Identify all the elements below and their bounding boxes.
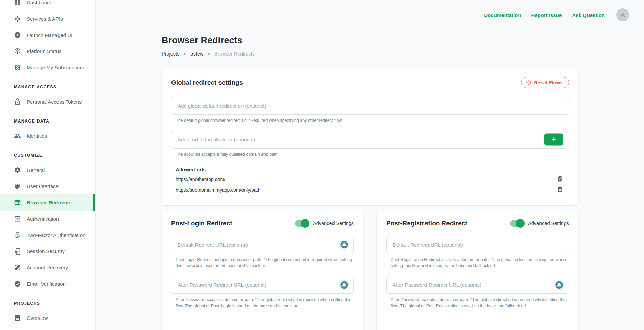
allowed-url-row: https://anotherapp.com/ <box>171 174 569 185</box>
page-title: Browser Redirects <box>162 35 578 46</box>
delete-allowed-url-button[interactable] <box>556 186 564 194</box>
sidebar-item-platform-status[interactable]: Platform Status <box>0 43 95 59</box>
post-registration-redirect-card: Post-Registration RedirectAdvanced Setti… <box>377 211 578 330</box>
post-registration-redirect-header: Post-Registration RedirectAdvanced Setti… <box>386 220 569 227</box>
allowed-urls-list: https://anotherapp.com/https://sub.domai… <box>171 174 569 195</box>
people-icon <box>14 132 21 139</box>
sidebar-item-identities[interactable]: Identities <box>0 128 95 144</box>
sidebar-item-launch-managed-ui[interactable]: Launch Managed UI <box>0 27 95 43</box>
post-registration-redirect-after-password-redirect-url-optional-input[interactable] <box>386 276 569 294</box>
sidebar-item-label: Two-Factor Authentication <box>27 232 85 238</box>
advanced-settings-label: Advanced Settings <box>528 221 569 226</box>
sidebar-section-customize: CUSTOMIZE <box>0 144 95 162</box>
post-login-redirect-advanced-settings-toggle[interactable] <box>295 220 308 227</box>
sidebar-item-session-security[interactable]: Session Security <box>0 243 95 259</box>
sidebar-item-two-factor-authentication[interactable]: Two-Factor Authentication <box>0 227 95 243</box>
sidebar-item-manage-my-subscriptions[interactable]: Manage My Subscriptions <box>0 59 95 75</box>
advanced-settings-toggle-group: Advanced Settings <box>295 220 354 227</box>
sidebar-item-label: Browser Redirects <box>27 200 72 205</box>
sidebar-section-manage-access: MANAGE ACCESS <box>0 75 95 93</box>
sidebar-item-label: Launch Managed UI <box>27 32 72 38</box>
post-login-redirect-card: Post-Login RedirectAdvanced SettingsPost… <box>162 211 363 330</box>
allow-list-url-input[interactable] <box>171 131 569 149</box>
post-login-redirect-helper: After Password accepts a domain or path.… <box>176 296 354 309</box>
dashboard-icon <box>14 0 21 6</box>
sidebar-item-browser-redirects[interactable]: Browser Redirects <box>0 194 95 211</box>
sidebar-item-label: Platform Status <box>27 48 62 54</box>
sidebar-item-email-verification[interactable]: Email Verification <box>0 276 95 292</box>
reset-flows-button[interactable]: Reset Flows <box>521 77 569 88</box>
breadcrumb-item-projects[interactable]: Projects <box>162 51 179 57</box>
post-registration-redirect-title: Post-Registration Redirect <box>386 220 467 227</box>
sidebar-item-label: Services & APIs <box>27 16 63 22</box>
global-default-redirect-input[interactable] <box>171 97 569 115</box>
sidebar-item-services-apis[interactable]: Services & APIs <box>0 10 95 27</box>
breadcrumb-item-asfew[interactable]: asfew <box>190 51 203 57</box>
post-login-redirect-title: Post-Login Redirect <box>171 220 232 227</box>
top-link-documentation[interactable]: Documentation <box>484 12 521 18</box>
sidebar-item-account-recovery[interactable]: Account Recovery <box>0 259 95 276</box>
top-link-report-issue[interactable]: Report Issue <box>531 12 562 18</box>
post-registration-redirect-default-redirect-url-optional-input[interactable] <box>386 236 569 254</box>
sidebar-item-label: Email Verification <box>27 281 66 287</box>
delete-allowed-url-button[interactable] <box>556 175 564 183</box>
allowed-url-text: https://anotherapp.com/ <box>176 177 225 182</box>
post-login-redirect-helper: Post-Login Redirect accepts a domain or … <box>176 257 354 269</box>
trash-icon <box>556 175 564 182</box>
post-login-redirect-field-default-redirect-url-optional: Post-Login Redirect accepts a domain or … <box>171 236 354 269</box>
add-allowed-url-button[interactable]: + <box>544 134 564 146</box>
allowed-url-row: https://sub.domain.myapp.com/only/path <box>171 185 569 195</box>
breadcrumb-separator-dot <box>184 53 186 55</box>
sidebar-item-label: Account Recovery <box>27 265 68 270</box>
sidebar-section-projects: PROJECTS <box>0 292 95 310</box>
post-login-redirect-field-after-password-redirect-url-optional: After Password accepts a domain or path.… <box>171 276 354 309</box>
sidebar-item-general[interactable]: General <box>0 162 95 178</box>
password-manager-icon[interactable] <box>554 280 565 290</box>
sidebar-item-user-interface[interactable]: User Interface <box>0 178 95 194</box>
post-login-redirect-header: Post-Login RedirectAdvanced Settings <box>171 220 354 227</box>
sidebar-item-label: Overview <box>27 315 48 321</box>
post-login-redirect-after-password-redirect-url-optional-input[interactable] <box>171 276 354 294</box>
breadcrumb: ProjectsasfewBrowser Redirects <box>162 51 578 57</box>
sidebar: DashboardServices & APIsLaunch Managed U… <box>0 0 96 330</box>
sidebar-item-label: Session Security <box>27 248 65 254</box>
play-circle-icon <box>14 31 21 39</box>
sidebar-section-manage-data: MANAGE DATA <box>0 110 95 128</box>
services-apis-icon <box>14 15 21 22</box>
flow-cards-row: Post-Login RedirectAdvanced SettingsPost… <box>162 211 578 330</box>
sidebar-item-dashboard[interactable]: Dashboard <box>0 0 95 10</box>
lock-open-icon <box>14 98 21 105</box>
sidebar-item-label: Personal Access Tokens <box>27 99 82 105</box>
sidebar-item-overview[interactable]: Overview <box>0 310 95 326</box>
post-registration-redirect-field-default-redirect-url-optional: Post-Registration Redirect accepts a dom… <box>386 236 569 269</box>
sidebar-item-label: Identities <box>27 133 47 139</box>
post-login-redirect-default-redirect-url-optional-input[interactable] <box>171 236 354 254</box>
fingerprint-icon <box>14 232 21 239</box>
password-manager-icon[interactable] <box>339 280 349 290</box>
sidebar-item-authentication[interactable]: Authentication <box>0 211 95 227</box>
user-avatar[interactable]: A <box>616 8 629 21</box>
toggle-knob <box>516 219 525 228</box>
allow-list-field: + The allow list accepts a fully qualifi… <box>171 131 569 158</box>
global-card-header: Global redirect settings Reset Flows <box>171 77 569 88</box>
top-link-ask-question[interactable]: Ask Question <box>572 12 605 18</box>
image-icon <box>14 314 21 322</box>
broadcast-icon <box>14 48 21 55</box>
gear-icon <box>14 167 21 174</box>
global-default-redirect-helper: The default global browser redirect url.… <box>176 117 569 124</box>
sidebar-item-personal-access-tokens[interactable]: Personal Access Tokens <box>0 93 95 110</box>
global-card-title: Global redirect settings <box>171 79 243 86</box>
post-registration-redirect-field-after-password-redirect-url-optional: After Password accepts a domain or path.… <box>386 276 569 309</box>
sidebar-item-label: General <box>27 167 45 173</box>
advanced-settings-toggle-group: Advanced Settings <box>510 220 569 227</box>
breadcrumb-item-browser-redirects: Browser Redirects <box>214 51 254 57</box>
palette-icon <box>14 183 21 190</box>
sidebar-nav: DashboardServices & APIsLaunch Managed U… <box>0 0 95 326</box>
post-registration-redirect-helper: Post-Registration Redirect accepts a dom… <box>391 257 569 269</box>
sidebar-item-label: Authentication <box>27 216 59 222</box>
sidebar-item-label: Manage My Subscriptions <box>27 65 85 70</box>
post-registration-redirect-advanced-settings-toggle[interactable] <box>510 220 524 227</box>
password-manager-icon[interactable] <box>339 240 349 250</box>
history-icon <box>526 80 531 85</box>
sidebar-item-label: Dashboard <box>27 0 51 5</box>
